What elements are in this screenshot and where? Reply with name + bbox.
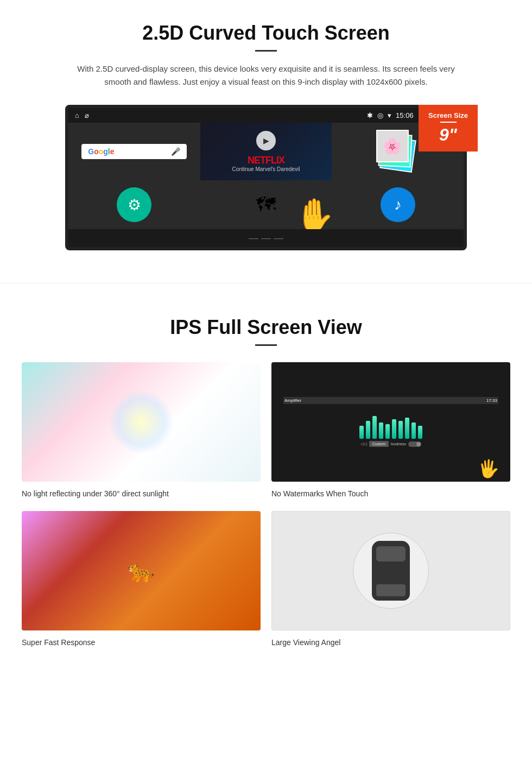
netflix-subtitle: Continue Marvel's Daredevil	[232, 166, 300, 172]
section-curved-screen: 2.5D Curved Touch Screen With 2.5D curve…	[0, 0, 532, 261]
app-cell-share[interactable]: 🗺 🤚 Share location 1 × 1	[200, 180, 332, 229]
title-divider	[255, 50, 277, 52]
ips-card-sunlight: No light reflecting under 360° direct su…	[22, 362, 261, 500]
settings-cell-bg: ⚙	[68, 180, 200, 229]
section2-title: IPS Full Screen View	[22, 316, 510, 339]
loudness-toggle[interactable]	[408, 441, 421, 447]
car-image	[271, 511, 510, 630]
amp-bar-6	[392, 419, 396, 439]
section1-title: 2.5D Curved Touch Screen	[33, 22, 499, 45]
ips-card-car: Large Viewing Angel	[271, 511, 510, 649]
time-display: 15:06	[396, 111, 414, 119]
status-left: ⌂ ⌀	[75, 111, 89, 119]
badge-label: Screen Size	[428, 111, 468, 119]
amplifier-image: Amplifier 17:33	[271, 362, 510, 482]
photo-stack: 🌸	[376, 130, 420, 173]
hand-touch-icon: 🖐	[478, 458, 499, 479]
amp-bar-7	[398, 421, 403, 439]
sound-cell-bg: ♪	[332, 180, 464, 229]
car-caption: Large Viewing Angel	[271, 636, 510, 649]
usb-icon: ⌀	[85, 111, 89, 119]
sunlight-glow	[109, 389, 174, 455]
prev-icon: ◁◁	[360, 441, 367, 446]
amp-time: 17:33	[486, 398, 497, 403]
car-body	[372, 541, 410, 601]
device-screen: ⌂ ⌀ ✱ ◎ ▾ 15:06 ⊡ ◁) ⊠ ▭	[65, 105, 467, 250]
amp-bar-2	[366, 421, 370, 439]
app-cell-sound[interactable]: ♪ Sound Search 1 × 1	[332, 180, 464, 229]
sunlight-visual	[22, 362, 261, 482]
settings-icon-wrap: ⚙	[117, 187, 151, 222]
google-logo: Google	[88, 147, 114, 156]
car-rear-window	[376, 584, 406, 596]
sunlight-caption: No light reflecting under 360° direct su…	[22, 487, 261, 500]
cheetah-caption: Super Fast Response	[22, 636, 261, 649]
share-cell-bg: 🗺 🤚	[200, 180, 332, 229]
netflix-content: ▶ NETFLIX Continue Marvel's Daredevil	[232, 131, 300, 172]
music-icon-wrap: ♪	[381, 187, 415, 222]
mic-icon: 🎤	[171, 147, 180, 156]
car-windshield	[376, 546, 406, 562]
app-grid-row1: Google 🎤 Google 3 × 1	[68, 123, 464, 180]
section-ips: IPS Full Screen View No light reflecting…	[0, 305, 532, 671]
amp-bar-5	[385, 424, 390, 439]
gear-icon: ⚙	[128, 196, 141, 214]
bluetooth-icon: ✱	[367, 111, 373, 119]
netflix-play-button[interactable]: ▶	[256, 131, 276, 150]
badge-size: 9"	[428, 125, 468, 145]
amp-bar-9	[411, 422, 416, 439]
maps-icon: 🗺	[252, 191, 280, 218]
cheetah-emoji: 🐆	[128, 558, 155, 584]
screen-size-badge: Screen Size 9"	[419, 105, 478, 152]
amp-bar-8	[405, 418, 409, 439]
wifi-icon: ▾	[388, 111, 391, 119]
netflix-logo: NETFLIX	[232, 155, 300, 166]
amp-bar-10	[418, 426, 422, 439]
photo-card-3: 🌸	[376, 130, 409, 162]
pagination-dots: — — —	[68, 229, 464, 247]
google-cell-bg: Google 🎤	[68, 123, 200, 180]
app-cell-netflix[interactable]: ▶ NETFLIX Continue Marvel's Daredevil Ne…	[200, 123, 332, 180]
toggle-knob	[416, 442, 421, 446]
google-search-bar[interactable]: Google 🎤	[81, 144, 187, 159]
flower-icon: 🌸	[383, 137, 402, 155]
app-cell-google[interactable]: Google 🎤 Google 3 × 1	[68, 123, 200, 180]
cheetah-visual: 🐆	[22, 511, 261, 630]
music-note-icon: ♪	[394, 196, 402, 213]
sunlight-image	[22, 362, 261, 482]
device-wrapper: Screen Size 9" ⌂ ⌀ ✱ ◎ ▾ 15:06 ⊡	[60, 105, 472, 250]
home-icon: ⌂	[75, 111, 79, 119]
location-icon: ◎	[377, 111, 383, 119]
amp-loudness-label: loudness	[391, 442, 406, 446]
title-divider-2	[255, 344, 277, 346]
section1-description: With 2.5D curved-display screen, this de…	[76, 62, 456, 89]
app-cell-settings[interactable]: ⚙ Settings shortcut 1 × 1	[68, 180, 200, 229]
amplifier-caption: No Watermarks When Touch	[271, 487, 510, 500]
amp-bar-1	[359, 426, 364, 439]
amp-bar-4	[379, 422, 383, 439]
amp-custom-row: ◁◁ Custom loudness	[360, 441, 421, 447]
ips-grid: No light reflecting under 360° direct su…	[22, 362, 510, 649]
ips-card-cheetah: 🐆 Super Fast Response	[22, 511, 261, 649]
hand-icon: 🤚	[294, 196, 332, 229]
section-divider-hr	[0, 283, 532, 283]
car-circle	[353, 533, 429, 609]
cheetah-image: 🐆	[22, 511, 261, 630]
amp-header: Amplifier 17:33	[283, 397, 498, 404]
netflix-cell-bg: ▶ NETFLIX Continue Marvel's Daredevil	[200, 123, 332, 180]
amp-bars	[359, 406, 422, 439]
app-grid-row2: ⚙ Settings shortcut 1 × 1 🗺 🤚	[68, 180, 464, 229]
amp-bar-3	[372, 416, 377, 439]
amp-custom-button[interactable]: Custom	[369, 441, 389, 447]
amplifier-visual: Amplifier 17:33	[271, 362, 510, 482]
amp-title: Amplifier	[284, 398, 301, 403]
badge-divider	[440, 122, 457, 123]
status-bar: ⌂ ⌀ ✱ ◎ ▾ 15:06 ⊡ ◁) ⊠ ▭	[68, 108, 464, 123]
car-visual	[271, 511, 510, 630]
play-icon: ▶	[263, 136, 269, 145]
dots: — — —	[249, 232, 283, 243]
page-container: 2.5D Curved Touch Screen With 2.5D curve…	[0, 0, 532, 671]
ips-card-amplifier: Amplifier 17:33	[271, 362, 510, 500]
